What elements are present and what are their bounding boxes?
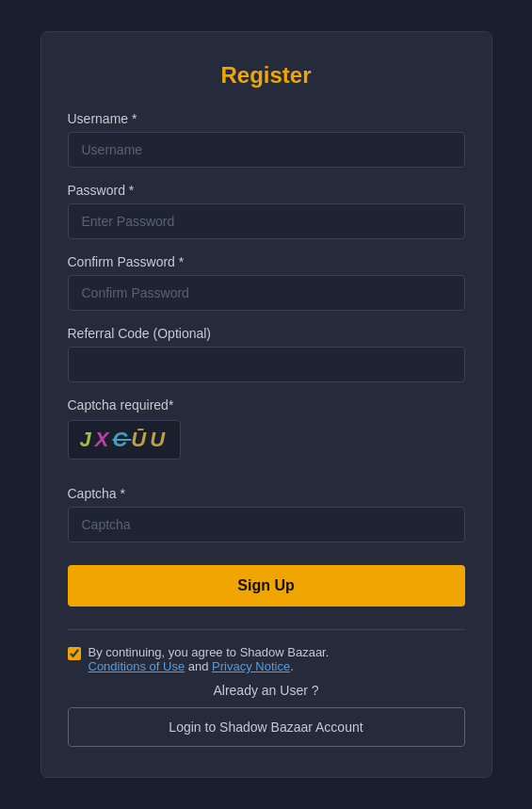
agree-section: By continuing, you agree to Shadow Bazaa… xyxy=(68,645,465,673)
conditions-link[interactable]: Conditions of Use xyxy=(89,659,185,673)
captcha-char-x: X xyxy=(95,428,113,451)
register-card: Register Username * Password * Confirm P… xyxy=(40,31,492,778)
confirm-password-group: Confirm Password * xyxy=(68,254,465,311)
password-input[interactable] xyxy=(68,203,465,239)
divider xyxy=(68,629,465,630)
captcha-image: JXCŪU xyxy=(68,420,181,460)
privacy-link[interactable]: Privacy Notice xyxy=(212,659,290,673)
password-group: Password * xyxy=(68,183,465,239)
captcha-input[interactable] xyxy=(68,507,465,542)
already-user-text: Already an User ? xyxy=(68,683,465,698)
username-label: Username * xyxy=(68,111,465,126)
page-title: Register xyxy=(68,62,465,89)
captcha-char-c: C xyxy=(112,428,131,451)
agree-checkbox[interactable] xyxy=(68,647,81,660)
agree-text: By continuing, you agree to Shadow Bazaa… xyxy=(89,645,330,673)
username-input[interactable] xyxy=(68,132,465,168)
username-group: Username * xyxy=(68,111,465,168)
confirm-password-label: Confirm Password * xyxy=(68,254,465,269)
confirm-password-input[interactable] xyxy=(68,275,465,311)
referral-input[interactable] xyxy=(68,347,465,382)
captcha-display: JXCŪU xyxy=(80,428,169,452)
referral-label: Referral Code (Optional) xyxy=(68,326,465,341)
captcha-input-label: Captcha * xyxy=(68,486,465,501)
password-label: Password * xyxy=(68,183,465,198)
sign-up-button[interactable]: Sign Up xyxy=(68,565,465,607)
referral-group: Referral Code (Optional) xyxy=(68,326,465,382)
captcha-group: Captcha required* JXCŪU xyxy=(68,397,465,471)
login-button[interactable]: Login to Shadow Bazaar Account xyxy=(68,707,465,747)
captcha-required-label: Captcha required* xyxy=(68,397,465,413)
captcha-char-u2: U xyxy=(150,428,169,451)
captcha-char-j: J xyxy=(80,428,95,451)
captcha-char-u1: Ū xyxy=(131,428,150,451)
captcha-input-group: Captcha * xyxy=(68,486,465,542)
